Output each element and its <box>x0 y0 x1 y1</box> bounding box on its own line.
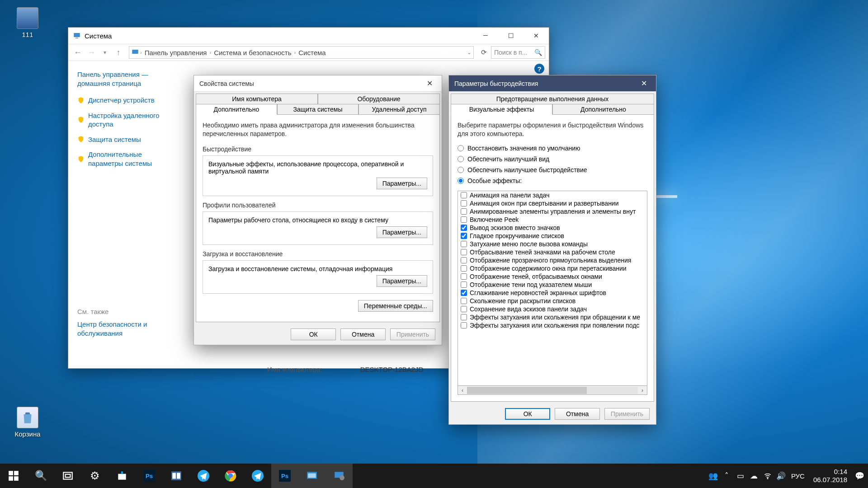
titlebar[interactable]: Параметры быстродействия ✕ <box>449 75 656 92</box>
tab-visual-effects[interactable]: Визуальные эффекты <box>451 104 552 115</box>
checkbox-input[interactable] <box>461 290 467 296</box>
list-item[interactable]: Отображение тени под указателем мыши <box>458 281 647 289</box>
checkbox-input[interactable] <box>461 257 467 263</box>
list-item[interactable]: Отбрасывание теней значками на рабочем с… <box>458 248 647 256</box>
scroll-thumb[interactable] <box>467 387 587 394</box>
search-input[interactable]: Поиск в п... 🔍 <box>491 46 545 59</box>
help-button[interactable]: ? <box>534 64 544 74</box>
taskbar-app-settings[interactable]: ⚙ <box>81 464 108 488</box>
tray-language[interactable]: РУС <box>788 464 808 488</box>
chevron-down-icon[interactable]: ⌄ <box>467 49 472 56</box>
cancel-button[interactable]: Отмена <box>555 408 600 420</box>
ok-button[interactable]: ОК <box>291 328 336 340</box>
list-item[interactable]: Включение Peek <box>458 216 647 224</box>
up-button[interactable]: ↑ <box>113 47 124 58</box>
minimize-button[interactable]: ─ <box>473 28 498 44</box>
checkbox-input[interactable] <box>461 265 467 272</box>
taskbar-app-photoshop2[interactable]: Ps <box>271 464 298 488</box>
radio-input[interactable] <box>458 178 464 184</box>
taskbar-app-photoshop[interactable]: Ps <box>136 464 163 488</box>
titlebar[interactable]: Система ─ ☐ ✕ <box>68 28 549 44</box>
list-item[interactable]: Вывод эскизов вместо значков <box>458 224 647 232</box>
tray-onedrive-icon[interactable]: ☁ <box>747 464 761 488</box>
taskbar-app-system[interactable] <box>326 464 353 488</box>
desktop-icon-111[interactable]: 111 <box>7 7 48 38</box>
sidebar-home-link[interactable]: Панель управления — домашняя страница <box>77 70 177 88</box>
checkbox-input[interactable] <box>461 233 467 239</box>
radio-option[interactable]: Обеспечить наилучший вид <box>458 155 647 163</box>
desktop-icon-recycle[interactable]: Корзина <box>7 407 48 438</box>
tray-battery-icon[interactable]: ▭ <box>734 464 747 488</box>
sidebar-item-advanced[interactable]: Дополнительные параметры системы <box>77 150 177 168</box>
titlebar[interactable]: Свойства системы ✕ <box>194 75 442 92</box>
taskbar-app-explorer[interactable] <box>298 464 326 488</box>
checkbox-input[interactable] <box>461 241 467 247</box>
tray-notifications-icon[interactable]: 💬 <box>853 464 866 488</box>
sidebar-item-remote[interactable]: Настройка удаленного доступа <box>77 111 177 129</box>
tab-advanced[interactable]: Дополнительно <box>196 104 277 115</box>
checkbox-input[interactable] <box>461 216 467 223</box>
list-item[interactable]: Анимированные элементы управления и элем… <box>458 207 647 216</box>
apply-button[interactable]: Применить <box>390 328 435 340</box>
tab-computer-name[interactable]: Имя компьютера <box>196 94 318 104</box>
taskbar-app-telegram[interactable] <box>190 464 217 488</box>
taskbar-app-chrome[interactable] <box>217 464 244 488</box>
task-view-button[interactable] <box>54 464 81 488</box>
checkbox-input[interactable] <box>461 282 467 288</box>
tray-wifi-icon[interactable] <box>761 464 774 488</box>
address-bar[interactable]: › Панель управления › Система и безопасн… <box>129 46 474 59</box>
maximize-button[interactable]: ☐ <box>498 28 524 44</box>
radio-input[interactable] <box>458 145 464 151</box>
tray-clock[interactable]: 0:14 06.07.2018 <box>808 468 853 484</box>
checkbox-input[interactable] <box>461 192 467 198</box>
startup-settings-button[interactable]: Параметры... <box>377 275 427 287</box>
start-button[interactable] <box>0 464 27 488</box>
tab-advanced[interactable]: Дополнительно <box>552 104 654 115</box>
tray-volume-icon[interactable]: 🔊 <box>774 464 788 488</box>
scroll-left-arrow[interactable]: ‹ <box>458 387 467 394</box>
list-item[interactable]: Отображение теней, отбрасываемых окнами <box>458 272 647 281</box>
list-item[interactable]: Сохранение вида эскизов панели задач <box>458 305 647 313</box>
list-item[interactable]: Анимация на панели задач <box>458 191 647 199</box>
radio-option[interactable]: Особые эффекты: <box>458 177 647 184</box>
checkbox-input[interactable] <box>461 208 467 215</box>
taskbar-app-totalcmd[interactable] <box>163 464 190 488</box>
sidebar-item-device-manager[interactable]: Диспетчер устройств <box>77 96 177 105</box>
close-button[interactable]: ✕ <box>423 77 436 90</box>
list-item[interactable]: Гладкое прокручивание списков <box>458 232 647 240</box>
list-item[interactable]: Отображение прозрачного прямоугольника в… <box>458 256 647 264</box>
taskbar-app-telegram2[interactable] <box>244 464 271 488</box>
checkbox-input[interactable] <box>461 225 467 231</box>
ok-button[interactable]: ОК <box>505 408 550 420</box>
list-item[interactable]: Сглаживание неровностей экранных шрифтов <box>458 289 647 297</box>
back-button[interactable]: ← <box>72 47 84 58</box>
list-item[interactable]: Скольжение при раскрытии списков <box>458 297 647 305</box>
search-button[interactable]: 🔍 <box>27 464 54 488</box>
tab-hardware[interactable]: Оборудование <box>318 94 440 104</box>
tab-protection[interactable]: Защита системы <box>277 104 359 115</box>
refresh-button[interactable]: ⟳ <box>478 46 489 59</box>
breadcrumb[interactable]: Система <box>297 49 327 56</box>
checkbox-input[interactable] <box>461 298 467 304</box>
sidebar-item-security-center[interactable]: Центр безопасности и обслуживания <box>77 320 177 338</box>
list-item[interactable]: Отображение содержимого окна при перетас… <box>458 264 647 272</box>
recent-dropdown[interactable]: ▾ <box>99 47 111 58</box>
performance-settings-button[interactable]: Параметры... <box>377 178 427 189</box>
radio-option[interactable]: Восстановить значения по умолчанию <box>458 145 647 152</box>
radio-option[interactable]: Обеспечить наилучшее быстродействие <box>458 166 647 174</box>
effects-list[interactable]: Анимация на панели задачАнимация окон пр… <box>458 191 647 386</box>
cancel-button[interactable]: Отмена <box>340 328 386 340</box>
close-button[interactable]: ✕ <box>524 28 549 44</box>
tray-people-icon[interactable]: 👥 <box>707 464 720 488</box>
list-item[interactable]: Затухание меню после вызова команды <box>458 240 647 248</box>
tab-remote[interactable]: Удаленный доступ <box>359 104 440 115</box>
list-item[interactable]: Эффекты затухания или скольжения при поя… <box>458 321 647 329</box>
breadcrumb[interactable]: Панель управления <box>143 49 209 56</box>
checkbox-input[interactable] <box>461 273 467 280</box>
horizontal-scrollbar[interactable]: ‹ › <box>458 386 647 395</box>
scroll-track[interactable] <box>467 387 638 394</box>
tab-dep[interactable]: Предотвращение выполнения данных <box>451 94 654 104</box>
profiles-settings-button[interactable]: Параметры... <box>377 226 427 238</box>
checkbox-input[interactable] <box>461 322 467 328</box>
list-item[interactable]: Анимация окон при свертывании и разверты… <box>458 199 647 207</box>
